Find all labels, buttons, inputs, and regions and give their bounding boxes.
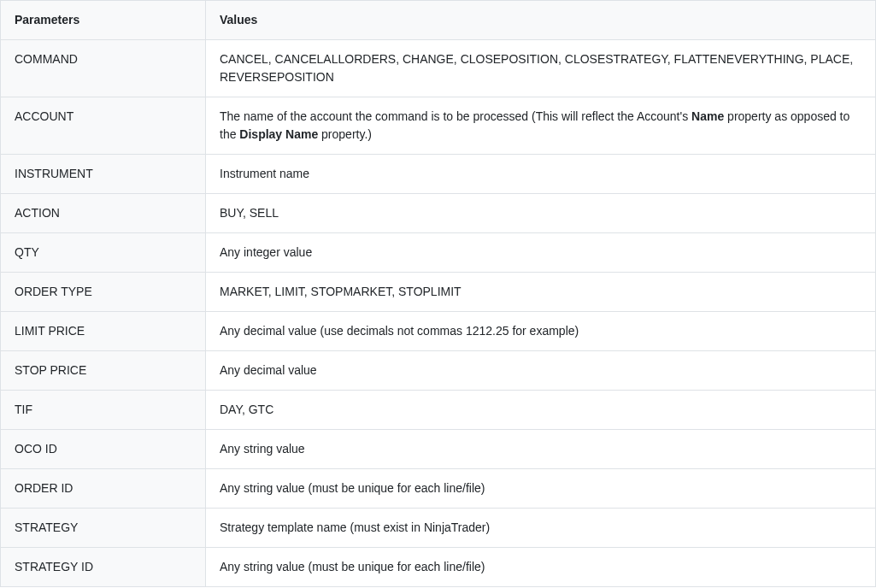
value-cell: Strategy template name (must exist in Ni… xyxy=(206,509,876,548)
param-cell: ACTION xyxy=(1,194,206,233)
value-text: The name of the account the command is t… xyxy=(220,109,691,123)
param-cell: STRATEGY ID xyxy=(1,548,206,587)
param-cell: OCO ID xyxy=(1,430,206,469)
value-bold: Name xyxy=(691,109,724,123)
param-cell: ACCOUNT xyxy=(1,97,206,155)
table-row: ACCOUNT The name of the account the comm… xyxy=(1,97,876,155)
table-row: INSTRUMENT Instrument name xyxy=(1,155,876,194)
param-cell: ORDER TYPE xyxy=(1,273,206,312)
param-cell: QTY xyxy=(1,233,206,273)
value-cell: Any decimal value (use decimals not comm… xyxy=(206,312,876,351)
value-cell: MARKET, LIMIT, STOPMARKET, STOPLIMIT xyxy=(206,273,876,312)
param-cell: COMMAND xyxy=(1,40,206,97)
table-row: STRATEGY Strategy template name (must ex… xyxy=(1,509,876,548)
table-row: QTY Any integer value xyxy=(1,233,876,273)
table-row: STOP PRICE Any decimal value xyxy=(1,351,876,391)
table-row: ORDER TYPE MARKET, LIMIT, STOPMARKET, ST… xyxy=(1,273,876,312)
value-cell: Any string value xyxy=(206,430,876,469)
param-cell: LIMIT PRICE xyxy=(1,312,206,351)
param-cell: STOP PRICE xyxy=(1,351,206,391)
param-cell: ORDER ID xyxy=(1,469,206,509)
value-cell: Instrument name xyxy=(206,155,876,194)
value-cell: Any integer value xyxy=(206,233,876,273)
table-header-row: Parameters Values xyxy=(1,1,876,40)
value-cell: Any string value (must be unique for eac… xyxy=(206,469,876,509)
table-row: ORDER ID Any string value (must be uniqu… xyxy=(1,469,876,509)
value-cell: BUY, SELL xyxy=(206,194,876,233)
value-cell: Any decimal value xyxy=(206,351,876,391)
param-cell: STRATEGY xyxy=(1,509,206,548)
value-cell: CANCEL, CANCELALLORDERS, CHANGE, CLOSEPO… xyxy=(206,40,876,97)
value-cell: Any string value (must be unique for eac… xyxy=(206,548,876,587)
param-cell: INSTRUMENT xyxy=(1,155,206,194)
header-values: Values xyxy=(206,1,876,40)
table-row: OCO ID Any string value xyxy=(1,430,876,469)
table-row: TIF DAY, GTC xyxy=(1,391,876,430)
param-cell: TIF xyxy=(1,391,206,430)
value-cell: The name of the account the command is t… xyxy=(206,97,876,155)
header-parameters: Parameters xyxy=(1,1,206,40)
parameters-table: Parameters Values COMMAND CANCEL, CANCEL… xyxy=(0,0,876,587)
value-cell: DAY, GTC xyxy=(206,391,876,430)
table-row: LIMIT PRICE Any decimal value (use decim… xyxy=(1,312,876,351)
table-row: ACTION BUY, SELL xyxy=(1,194,876,233)
table-row: STRATEGY ID Any string value (must be un… xyxy=(1,548,876,587)
table-row: COMMAND CANCEL, CANCELALLORDERS, CHANGE,… xyxy=(1,40,876,97)
value-bold: Display Name xyxy=(239,127,318,141)
value-text: property.) xyxy=(318,127,372,141)
